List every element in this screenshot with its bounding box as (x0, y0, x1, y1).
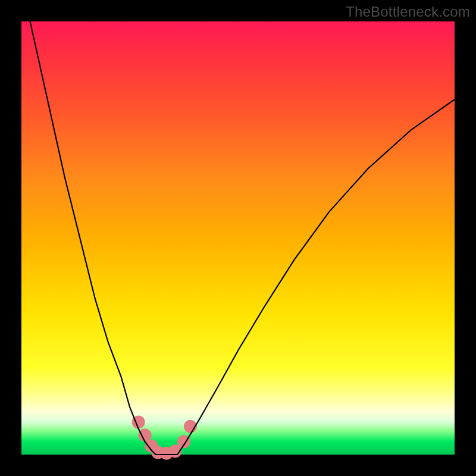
bottleneck-curve (30, 21, 455, 455)
watermark-text: TheBottleneck.com (346, 4, 470, 20)
plot-area (21, 21, 455, 455)
chart-svg (21, 21, 455, 455)
marker-group (132, 415, 197, 459)
outer-frame: TheBottleneck.com (0, 0, 476, 476)
